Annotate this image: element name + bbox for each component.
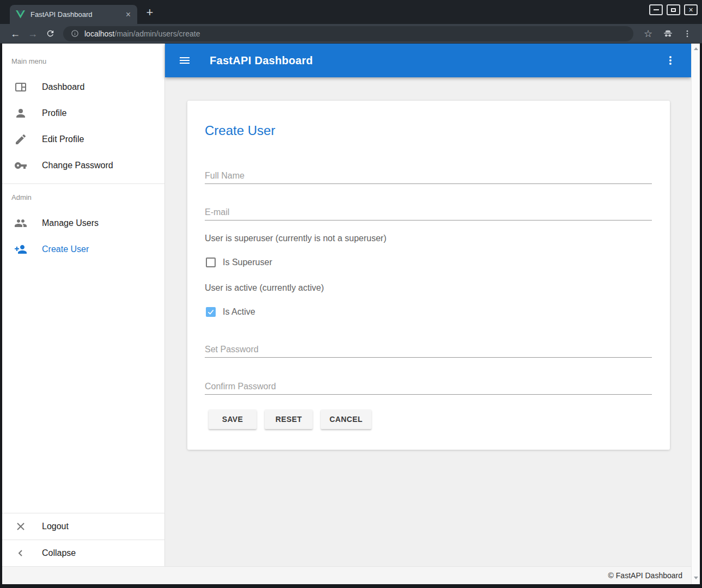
sidebar-item-profile[interactable]: Profile [2, 100, 164, 126]
window-controls: × [649, 4, 698, 15]
sidebar-item-change-password[interactable]: Change Password [2, 152, 164, 179]
form-buttons: SAVE RESET CANCEL [205, 409, 652, 429]
app-bar: FastAPI Dashboard [165, 44, 691, 77]
sidebar: Main menu Dashboard Profile [2, 44, 165, 566]
close-button[interactable]: × [684, 4, 698, 15]
browser-toolbar: ← → localhost/main/admin/users/create ☆ [0, 24, 702, 44]
active-checkbox-label: Is Active [223, 307, 255, 317]
sidebar-item-create-user[interactable]: Create User [2, 236, 164, 262]
sidebar-item-edit-profile[interactable]: Edit Profile [2, 126, 164, 152]
sidebar-header-main-menu: Main menu [2, 48, 164, 74]
people-icon [14, 217, 27, 230]
full-name-field [205, 170, 652, 184]
tab-close-icon[interactable]: × [124, 10, 133, 19]
full-name-input[interactable] [205, 170, 652, 184]
vue-logo-icon [16, 10, 25, 19]
superuser-hint: User is superuser (currently is not a su… [205, 233, 652, 244]
sidebar-item-label: Collapse [42, 548, 76, 558]
kebab-menu-icon[interactable] [664, 54, 677, 67]
chevron-left-icon [14, 547, 27, 560]
info-icon[interactable] [71, 29, 79, 38]
footer-copyright: © FastAPI Dashboard [608, 571, 682, 580]
sidebar-item-label: Edit Profile [42, 134, 84, 144]
incognito-icon [660, 28, 676, 39]
sidebar-item-label: Manage Users [42, 218, 99, 228]
sidebar-item-logout[interactable]: Logout [2, 513, 164, 540]
new-tab-button[interactable]: + [143, 5, 157, 20]
url-path: /main/admin/users/create [114, 29, 200, 38]
confirm-password-input[interactable] [205, 381, 652, 395]
bookmark-star-icon[interactable]: ☆ [640, 28, 656, 40]
email-field [205, 207, 652, 220]
reset-button[interactable]: RESET [265, 409, 313, 429]
page-viewport: Main menu Dashboard Profile [2, 44, 700, 584]
browser-window: FastAPI Dashboard × + × ← → localhost/ma… [0, 0, 702, 588]
pencil-icon [14, 133, 27, 146]
set-password-input[interactable] [205, 344, 652, 358]
superuser-checkbox-row[interactable]: Is Superuser [205, 256, 652, 269]
page-title: Create User [205, 122, 652, 139]
scroll-up-arrow-icon[interactable] [694, 47, 698, 50]
person-add-icon [14, 243, 27, 256]
minimize-button[interactable] [649, 4, 663, 15]
sidebar-item-label: Profile [42, 108, 66, 118]
url-bar[interactable]: localhost/main/admin/users/create [63, 26, 633, 41]
active-hint: User is active (currently active) [205, 283, 652, 293]
hamburger-menu-icon[interactable] [178, 54, 191, 67]
back-button[interactable]: ← [7, 24, 24, 44]
superuser-checkbox-label: Is Superuser [223, 258, 272, 267]
app-footer: © FastAPI Dashboard [2, 566, 691, 584]
confirm-password-field [205, 381, 652, 395]
sidebar-item-label: Logout [42, 522, 69, 531]
url-host: localhost [84, 29, 114, 38]
page-scrollbar[interactable] [691, 44, 700, 584]
set-password-field [205, 344, 652, 358]
maximize-icon [671, 8, 676, 12]
sidebar-item-collapse[interactable]: Collapse [2, 540, 164, 566]
toolbar-right: ☆ [640, 28, 695, 40]
app-title: FastAPI Dashboard [210, 54, 313, 67]
browser-tab[interactable]: FastAPI Dashboard × [10, 5, 137, 24]
forward-button[interactable]: → [24, 24, 41, 44]
browser-menu-icon[interactable] [679, 29, 695, 39]
sidebar-header-admin: Admin [2, 184, 164, 210]
superuser-checkbox[interactable] [206, 258, 216, 267]
person-icon [14, 107, 27, 120]
sidebar-spacer [2, 262, 164, 513]
sidebar-item-manage-users[interactable]: Manage Users [2, 210, 164, 236]
sidebar-item-label: Dashboard [42, 82, 84, 92]
active-checkbox[interactable] [206, 307, 216, 317]
sidebar-item-dashboard[interactable]: Dashboard [2, 74, 164, 100]
tab-title: FastAPI Dashboard [30, 10, 124, 19]
save-button[interactable]: SAVE [209, 409, 257, 429]
dashboard-icon [14, 81, 27, 94]
browser-titlebar: FastAPI Dashboard × + × [0, 0, 702, 24]
cancel-button[interactable]: CANCEL [321, 409, 371, 429]
maximize-button[interactable] [667, 4, 680, 15]
active-checkbox-row[interactable]: Is Active [205, 305, 652, 318]
minimize-icon [654, 9, 659, 10]
scroll-down-arrow-icon[interactable] [694, 577, 698, 579]
sidebar-item-label: Change Password [42, 161, 113, 170]
reload-button[interactable] [41, 29, 59, 38]
create-user-card: Create User User is superuser (currently… [187, 101, 670, 450]
sidebar-item-label: Create User [42, 244, 89, 254]
close-x-icon [14, 520, 27, 533]
email-input[interactable] [205, 207, 652, 220]
key-icon [14, 159, 27, 172]
